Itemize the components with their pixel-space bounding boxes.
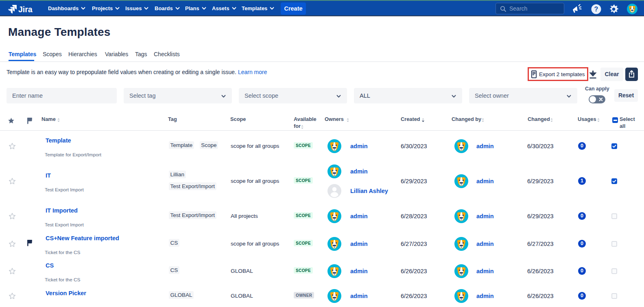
svg-text:Jira: Jira: [18, 5, 33, 14]
svg-text:?: ?: [594, 6, 598, 13]
